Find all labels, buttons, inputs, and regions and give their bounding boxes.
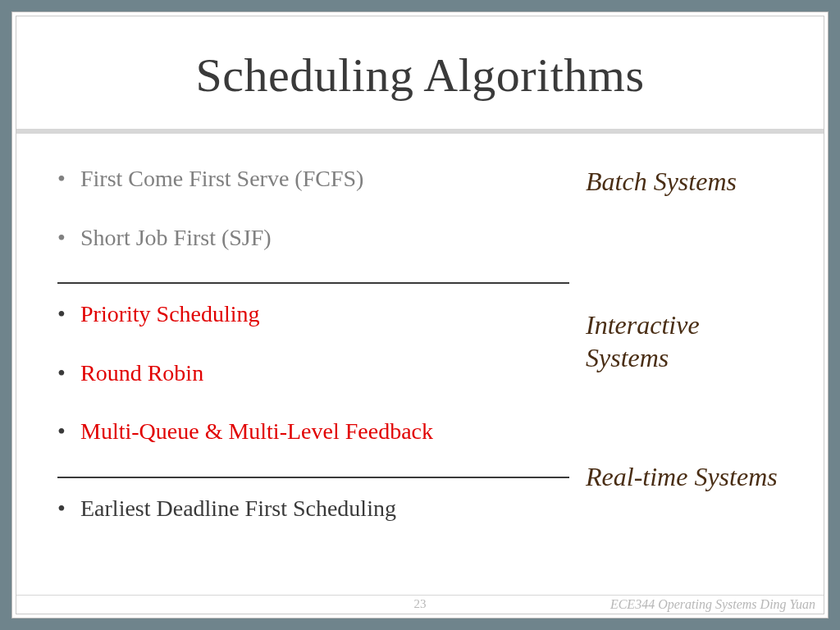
bullet-item: Round Robin	[80, 359, 569, 387]
bullet-item: Priority Scheduling	[80, 300, 569, 328]
bullet-item: Multi-Queue & Multi-Level Feedback	[80, 418, 569, 445]
group-batch: First Come First Serve (FCFS) Short Job …	[57, 165, 569, 251]
slide-inner-frame: Scheduling Algorithms First Come First S…	[16, 16, 824, 614]
bullet-item: Short Job First (SJF)	[80, 224, 569, 252]
slide-outer-frame: Scheduling Algorithms First Come First S…	[11, 11, 829, 619]
category-column: Batch Systems Interactive Systems Real-t…	[569, 165, 783, 614]
title-area: Scheduling Algorithms	[16, 16, 824, 129]
page-number: 23	[414, 597, 427, 611]
category-text: Real-time Systems	[586, 460, 783, 493]
category-label-interactive: Interactive Systems	[586, 284, 783, 460]
group-interactive: Priority Scheduling Round Robin Multi-Qu…	[57, 300, 569, 445]
bullet-column: First Come First Serve (FCFS) Short Job …	[57, 165, 569, 614]
content-area: First Come First Serve (FCFS) Short Job …	[16, 134, 824, 614]
slide-footer: 23 ECE344 Operating Systems Ding Yuan	[16, 595, 824, 613]
course-footer: ECE344 Operating Systems Ding Yuan	[610, 597, 815, 612]
section-divider	[57, 282, 569, 284]
category-label-batch: Batch Systems	[586, 165, 783, 284]
slide-title: Scheduling Algorithms	[33, 48, 807, 103]
category-label-realtime: Real-time Systems	[586, 460, 783, 493]
category-text: Batch Systems	[586, 165, 783, 198]
category-text: Interactive Systems	[586, 308, 783, 374]
group-realtime: Earliest Deadline First Scheduling	[57, 495, 569, 523]
section-divider	[57, 477, 569, 478]
bullet-item: First Come First Serve (FCFS)	[80, 165, 569, 193]
bullet-item: Earliest Deadline First Scheduling	[80, 495, 569, 523]
